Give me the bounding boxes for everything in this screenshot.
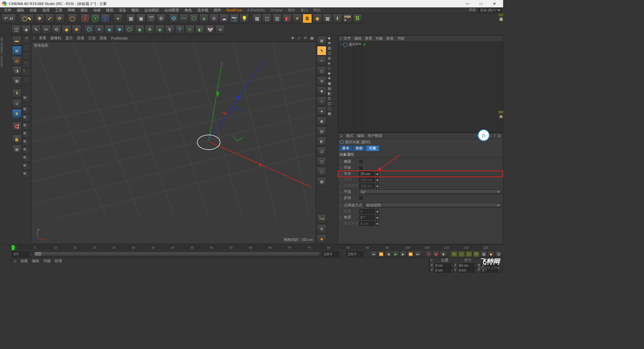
mograph-3[interactable]: ◈ — [105, 25, 114, 34]
info-button[interactable]: ? — [23, 36, 30, 43]
plane-select[interactable]: XZ▼ — [359, 190, 501, 194]
pos-Y[interactable] — [434, 268, 450, 272]
rect-button[interactable] — [23, 52, 30, 59]
sp-orb[interactable]: ◉ — [313, 14, 322, 23]
xpresso-4[interactable]: ◧ — [282, 14, 292, 23]
grid-9[interactable]: ⊞ — [23, 171, 30, 178]
xpresso-2[interactable]: ◫ — [262, 14, 272, 23]
rp2-5[interactable]: ⊞ — [328, 56, 337, 60]
mograph-9[interactable]: ↯ — [165, 25, 174, 34]
vp-nav-1[interactable]: ✥ — [291, 36, 294, 40]
bez-button[interactable]: ⟋ — [23, 60, 30, 67]
side-tab-content[interactable]: 内容浏览器 — [498, 13, 503, 16]
render-settings[interactable]: ⚙ — [156, 14, 166, 23]
free-button[interactable]: ⟆ — [23, 68, 30, 76]
xpresso-1[interactable]: ▦ — [252, 14, 262, 23]
rp1-gear[interactable]: ⚙ — [317, 224, 326, 234]
menu-script[interactable]: 脚本 — [285, 8, 298, 13]
axis-y[interactable]: Y — [91, 14, 100, 23]
range-start[interactable]: 0 F — [12, 251, 29, 257]
enable-checkmark[interactable]: ✔ — [363, 42, 366, 47]
tree-row-circle[interactable]: └ 圆环 — [339, 42, 356, 47]
prev-frame[interactable]: ◀ — [385, 251, 392, 257]
rp1-14[interactable]: ▢ — [317, 167, 326, 176]
vp-options[interactable]: 选项 — [77, 36, 84, 41]
subdiv-surface[interactable]: ◈ — [199, 14, 209, 23]
key-options[interactable]: ◆ — [440, 251, 447, 257]
mat-create[interactable]: 创建 — [20, 259, 28, 263]
sp-dl[interactable]: ⬇ — [333, 14, 342, 23]
xpresso-3[interactable]: ▥ — [272, 14, 282, 23]
rp1-2[interactable]: ✎ — [317, 46, 326, 55]
om-view[interactable]: 查看 — [365, 36, 372, 41]
grid-3[interactable]: ⊞ — [23, 122, 30, 130]
axis-mode[interactable]: ┗ — [12, 89, 21, 98]
autokey-button[interactable]: ◉ — [433, 251, 439, 257]
mesh-4[interactable]: ✂ — [42, 25, 51, 34]
sp-b[interactable]: B — [353, 14, 362, 23]
rp2-2[interactable]: ❖ — [328, 41, 337, 45]
sp-grid[interactable]: ▦ — [323, 14, 332, 23]
rp2-3[interactable]: ▧ — [328, 46, 337, 50]
psr[interactable]: PSR0 — [343, 14, 352, 23]
rp2-13[interactable]: ⊡ — [328, 96, 337, 101]
rp1-9[interactable]: ▣ — [317, 116, 326, 126]
rp1-1[interactable]: ▦ — [317, 36, 326, 45]
grid-0[interactable]: ⊞ — [23, 95, 30, 102]
generator-nurbs[interactable] — [189, 14, 199, 23]
mograph-7[interactable]: ❖ — [145, 25, 154, 34]
rp2-1[interactable]: ◆ — [328, 36, 337, 40]
light[interactable]: 💡 — [239, 14, 249, 23]
tab-coord[interactable]: 坐标 — [353, 146, 366, 151]
vp-panel[interactable]: 面板 — [100, 36, 107, 41]
rotate-tool[interactable]: ⟳ — [55, 14, 64, 23]
cursor2[interactable] — [23, 76, 30, 84]
vp-filter[interactable]: 过滤 — [88, 36, 96, 41]
rp1-axis[interactable]: └=1 — [317, 214, 326, 223]
tab-basic[interactable]: 基本 — [339, 146, 352, 151]
menu-char[interactable]: 角色 — [182, 8, 195, 13]
rp2-9[interactable]: ❖ — [328, 76, 337, 81]
rp2-11[interactable]: ▤ — [328, 86, 337, 91]
maximize-button[interactable]: □ — [474, 0, 488, 7]
keysel-1[interactable]: ✥ — [451, 251, 458, 257]
rp1-15[interactable]: ▦ — [317, 177, 326, 186]
menu-mesh[interactable]: 网格 — [65, 8, 78, 13]
grid-1[interactable]: ⊞ — [23, 106, 30, 114]
tweak-zone[interactable]: ▦ — [12, 145, 21, 154]
tab-object[interactable]: 对象 — [366, 146, 379, 151]
record-button[interactable]: ● — [425, 251, 432, 257]
vp-nav-2[interactable]: ⤢ — [298, 36, 301, 40]
reverse-checkbox[interactable] — [359, 196, 363, 200]
menu-render[interactable]: 渲染 — [116, 8, 129, 13]
menu-sim[interactable]: 模拟 — [103, 8, 116, 13]
tweak-lock[interactable]: 🔒 — [12, 135, 21, 144]
mograph-6[interactable]: ◆ — [135, 25, 144, 34]
menu-tools[interactable]: 工具 — [52, 8, 65, 13]
rp2-6[interactable]: ◈ — [328, 61, 337, 65]
grid-8[interactable]: ⊞ — [23, 163, 30, 170]
undo-button[interactable]: ↶ ⇄ — [1, 14, 16, 23]
cursor-button[interactable] — [23, 44, 30, 51]
axis-x[interactable]: X — [80, 14, 90, 23]
mesh-5[interactable]: ⟲ — [52, 25, 61, 34]
menu-snap[interactable]: 捕捉 — [78, 8, 91, 13]
mograph-10[interactable]: Ƭ — [175, 25, 184, 34]
rp2-7[interactable]: ◇ — [328, 66, 337, 70]
rp1-3[interactable]: ✂ — [317, 56, 326, 65]
timeline-ruler[interactable]: 0510152025303540455055606570758085909510… — [0, 244, 503, 250]
menu-file[interactable]: 文件 — [1, 8, 14, 13]
nav-ext[interactable]: ⊡ — [498, 134, 501, 138]
mat-edit[interactable]: 编辑 — [32, 259, 39, 263]
vp-prorender[interactable]: ProRender — [111, 36, 128, 40]
object-tree[interactable]: └ 圆环 ✔ — [338, 42, 503, 132]
grip-icon[interactable]: ⁞⁞ — [14, 259, 16, 263]
vp-nav-3[interactable]: ⟳ — [304, 36, 307, 40]
om-tag[interactable]: 标签 — [386, 36, 394, 41]
keysel-3[interactable]: ⟳ — [466, 251, 472, 257]
mode-model[interactable]: ▬ — [12, 36, 21, 45]
prev-key[interactable]: ⏪ — [378, 251, 384, 257]
layout-select[interactable]: 启动 (用户) — [478, 8, 502, 12]
rp1-10[interactable]: ▤ — [317, 127, 326, 136]
keysel-4[interactable]: P — [473, 251, 480, 257]
